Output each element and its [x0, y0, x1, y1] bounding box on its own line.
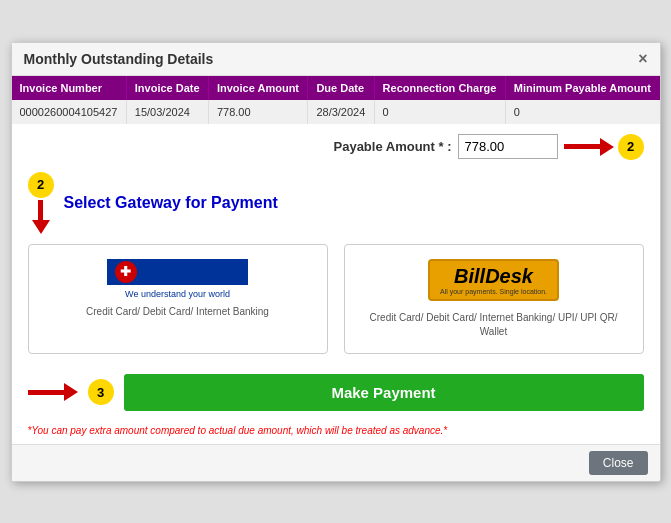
- table-body: 000026000410542715/03/2024778.0028/3/202…: [12, 100, 660, 124]
- col-invoice-date: Invoice Date: [126, 76, 208, 100]
- gateway-cards: ✚ HDFC BANK We understand your world Cre…: [28, 244, 644, 354]
- table-row: 000026000410542715/03/2024778.0028/3/202…: [12, 100, 660, 124]
- payable-label: Payable Amount * :: [334, 139, 452, 154]
- gateway-step-badge: 2: [28, 172, 54, 198]
- col-invoice-amount: Invoice Amount: [208, 76, 307, 100]
- table-header: Invoice Number Invoice Date Invoice Amou…: [12, 76, 660, 100]
- hdfc-bank-name: HDFC BANK: [141, 263, 239, 280]
- gateway-section: 2 Select Gateway for Payment ✚: [12, 166, 660, 364]
- billdesk-name: BillDesk: [454, 265, 533, 288]
- col-invoice-number: Invoice Number: [12, 76, 127, 100]
- modal-title: Monthly Outstanding Details: [24, 51, 214, 67]
- close-button[interactable]: Close: [589, 451, 648, 475]
- hdfc-cross-icon: ✚: [115, 261, 137, 283]
- make-payment-step-badge: 3: [88, 379, 114, 405]
- hdfc-logo-wrapper: ✚ HDFC BANK: [39, 259, 317, 285]
- payable-annotation: 2: [564, 134, 644, 160]
- billdesk-logo: BillDesk All your payments. Single locat…: [428, 259, 559, 301]
- hdfc-logo: ✚ HDFC BANK: [107, 259, 247, 285]
- billdesk-gateway-card[interactable]: BillDesk All your payments. Single locat…: [344, 244, 644, 354]
- gateway-title: Select Gateway for Payment: [64, 194, 278, 212]
- modal-footer: Close: [12, 444, 660, 481]
- col-due-date: Due Date: [308, 76, 374, 100]
- gateway-badge-arrow: 2: [28, 172, 54, 234]
- step-2-badge: 2: [618, 134, 644, 160]
- arrow-down-icon: [32, 200, 50, 234]
- modal-body: Invoice Number Invoice Date Invoice Amou…: [12, 76, 660, 444]
- billdesk-tagline: All your payments. Single location.: [440, 288, 547, 295]
- modal-close-x[interactable]: ×: [638, 51, 647, 67]
- footnote: *You can pay extra amount compared to ac…: [12, 421, 660, 444]
- hdfc-tagline: We understand your world: [39, 289, 317, 299]
- make-payment-button[interactable]: Make Payment: [124, 374, 644, 411]
- hdfc-text: HDFC BANK: [141, 263, 239, 280]
- make-payment-row: 3 Make Payment: [12, 364, 660, 421]
- payable-amount-row: Payable Amount * : 2: [12, 124, 660, 166]
- hdfc-subtext: Credit Card/ Debit Card/ Internet Bankin…: [39, 305, 317, 319]
- payable-amount-input[interactable]: [458, 134, 558, 159]
- col-min-payable-amount: Minimum Payable Amount: [505, 76, 659, 100]
- arrow-right-icon: [564, 138, 614, 156]
- col-reconnection-charge: Reconnection Charge: [374, 76, 505, 100]
- gateway-header: 2 Select Gateway for Payment: [28, 172, 644, 234]
- invoice-table: Invoice Number Invoice Date Invoice Amou…: [12, 76, 660, 124]
- modal-header: Monthly Outstanding Details ×: [12, 43, 660, 76]
- hdfc-gateway-card[interactable]: ✚ HDFC BANK We understand your world Cre…: [28, 244, 328, 354]
- billdesk-logo-wrapper: BillDesk All your payments. Single locat…: [355, 259, 633, 305]
- make-payment-arrow-icon: [28, 383, 78, 401]
- billdesk-subtext: Credit Card/ Debit Card/ Internet Bankin…: [355, 311, 633, 339]
- modal-container: Monthly Outstanding Details × Invoice Nu…: [11, 42, 661, 482]
